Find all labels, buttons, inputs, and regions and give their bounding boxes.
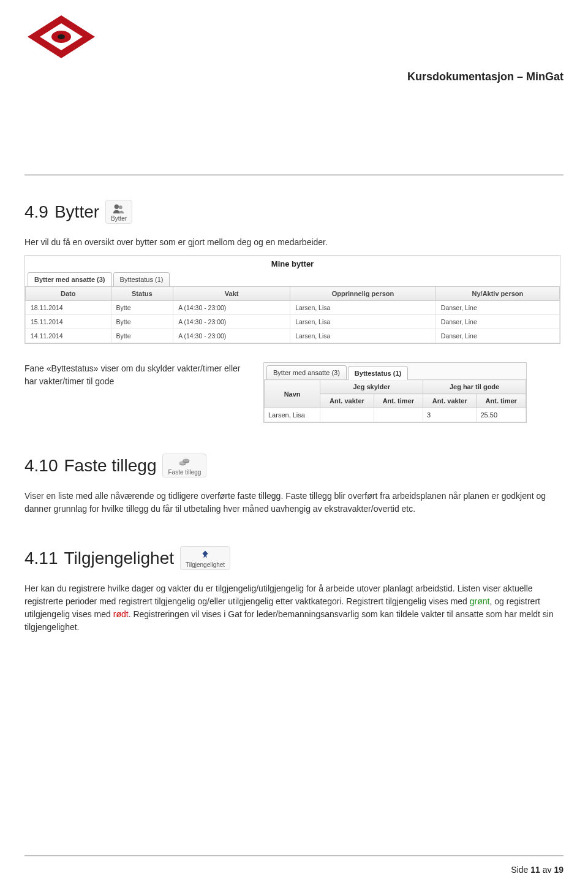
svg-point-3: [58, 34, 65, 39]
svg-point-4: [115, 205, 119, 209]
screenshot-title: Mine bytter: [25, 256, 560, 272]
section-number: 4.10: [24, 456, 58, 476]
table-row: 14.11.2014 Bytte A (14:30 - 23:00) Larse…: [26, 329, 560, 343]
cell-navn: Larsen, Lisa: [265, 408, 320, 422]
faste-tillegg-chip: Faste tillegg: [162, 454, 206, 477]
pin-icon: [198, 549, 212, 561]
cell-status: Bytte: [111, 329, 173, 343]
svg-point-5: [119, 205, 123, 209]
section-number: 4.11: [24, 549, 58, 568]
cell-dato: 14.11.2014: [26, 329, 111, 343]
col-ny: Ny/Aktiv person: [435, 287, 559, 301]
coins-icon: [178, 457, 191, 469]
footer-cur: 11: [530, 865, 540, 875]
col-status: Status: [111, 287, 173, 301]
section-heading-tilgjengelighet: 4.11 Tilgjengelighet Tilgjengelighet: [24, 546, 564, 570]
cell-ny: Danser, Line: [435, 301, 559, 315]
section-title: Tilgjengelighet: [64, 549, 175, 568]
tabs-row: Bytter med ansatte (3) Byttestatus (1): [25, 272, 560, 286]
page-number: Side 11 av 19: [511, 865, 564, 875]
footer-mid: av: [540, 865, 554, 875]
section-intro: Her vil du få en oversikt over bytter so…: [24, 236, 564, 249]
col-dato: Dato: [26, 287, 111, 301]
section-heading-bytter: 4.9 Bytter Bytter: [24, 200, 564, 224]
mine-bytter-screenshot: Mine bytter Bytter med ansatte (3) Bytte…: [24, 255, 560, 344]
table-row: 15.11.2014 Bytte A (14:30 - 23:00) Larse…: [26, 315, 560, 329]
section-body: Viser en liste med alle nåværende og tid…: [24, 490, 564, 515]
section-number: 4.9: [24, 202, 48, 222]
col-gode: Jeg har til gode: [423, 380, 526, 394]
cell-st: [374, 408, 423, 422]
logo: [24, 12, 98, 64]
col-opprinnelig: Opprinnelig person: [290, 287, 436, 301]
col-ant-timer: Ant. timer: [374, 394, 423, 408]
body-pre: Her kan du registrere hvilke dager og va…: [24, 583, 533, 606]
cell-status: Bytte: [111, 315, 173, 329]
cell-opp: Larsen, Lisa: [290, 329, 436, 343]
section-heading-faste-tillegg: 4.10 Faste tillegg Faste tillegg: [24, 454, 564, 477]
cell-ny: Danser, Line: [435, 329, 559, 343]
cell-opp: Larsen, Lisa: [290, 301, 436, 315]
page-header: Kursdokumentasjon – MinGat: [24, 12, 564, 92]
col-navn: Navn: [265, 380, 320, 408]
byttestatus-text: Fane «Byttestatus» viser om du skylder v…: [24, 362, 251, 388]
footer-pre: Side: [511, 865, 530, 875]
tab-byttestatus[interactable]: Byttestatus (1): [348, 366, 408, 380]
chip-label: Faste tillegg: [168, 469, 201, 476]
col-ant-timer: Ant. timer: [477, 394, 526, 408]
footer-divider: [24, 856, 564, 856]
cell-vakt: A (14:30 - 23:00): [173, 315, 290, 329]
section-body: Her kan du registrere hvilke dager og va…: [24, 582, 564, 634]
table-row: 18.11.2014 Bytte A (14:30 - 23:00) Larse…: [26, 301, 560, 315]
cell-ny: Danser, Line: [435, 315, 559, 329]
tabs-row: Bytter med ansatte (3) Byttestatus (1): [264, 363, 526, 379]
section-title: Faste tillegg: [64, 456, 157, 476]
bytter-table: Dato Status Vakt Opprinnelig person Ny/A…: [25, 286, 560, 343]
document-title: Kursdokumentasjon – MinGat: [407, 70, 564, 83]
green-word: grønt: [470, 596, 490, 606]
cell-gv: 3: [423, 408, 477, 422]
col-vakt: Vakt: [173, 287, 290, 301]
people-icon: [112, 203, 126, 215]
col-skylder: Jeg skylder: [320, 380, 423, 394]
svg-point-9: [183, 459, 190, 463]
bytter-chip: Bytter: [105, 200, 132, 224]
tilgjengelighet-chip: Tilgjengelighet: [180, 546, 230, 570]
footer-tot: 19: [554, 865, 564, 875]
cell-dato: 15.11.2014: [26, 315, 111, 329]
col-ant-vakter: Ant. vakter: [320, 394, 374, 408]
cell-sv: [320, 408, 374, 422]
tab-byttestatus[interactable]: Byttestatus (1): [113, 272, 170, 286]
cell-status: Bytte: [111, 301, 173, 315]
tab-bytter-med-ansatte[interactable]: Bytter med ansatte (3): [28, 272, 112, 286]
red-word: rødt: [113, 609, 129, 619]
cell-dato: 18.11.2014: [26, 301, 111, 315]
byttestatus-table: Navn Jeg skylder Jeg har til gode Ant. v…: [264, 379, 526, 422]
section-title: Bytter: [55, 202, 99, 222]
cell-opp: Larsen, Lisa: [290, 315, 436, 329]
tab-bytter-med-ansatte[interactable]: Bytter med ansatte (3): [266, 365, 347, 379]
cell-vakt: A (14:30 - 23:00): [173, 301, 290, 315]
byttestatus-row: Fane «Byttestatus» viser om du skylder v…: [24, 362, 564, 423]
table-row: Larsen, Lisa 3 25.50: [265, 408, 526, 422]
byttestatus-screenshot: Bytter med ansatte (3) Byttestatus (1) N…: [263, 362, 527, 423]
header-divider: [24, 175, 564, 175]
chip-label: Bytter: [111, 215, 127, 222]
cell-vakt: A (14:30 - 23:00): [173, 329, 290, 343]
chip-label: Tilgjengelighet: [186, 561, 225, 568]
cell-gt: 25.50: [477, 408, 526, 422]
col-ant-vakter: Ant. vakter: [423, 394, 477, 408]
